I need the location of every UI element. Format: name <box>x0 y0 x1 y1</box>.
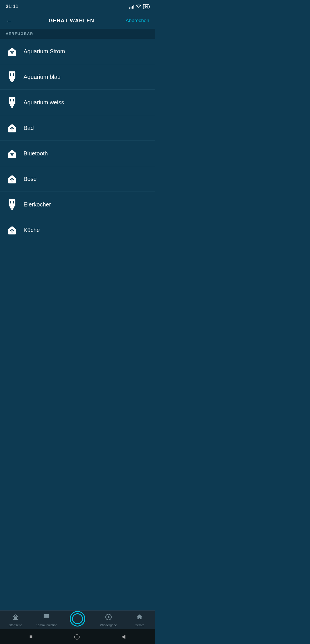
svg-point-13 <box>11 130 12 130</box>
svg-point-17 <box>11 181 12 182</box>
device-icon-kueche <box>6 224 18 236</box>
battery-icon: 44 <box>143 4 149 9</box>
svg-rect-21 <box>10 201 11 204</box>
svg-rect-7 <box>9 97 15 104</box>
device-icon-bluetooth <box>6 147 18 160</box>
home-wifi-icon <box>7 148 18 159</box>
device-name-kueche: Küche <box>24 227 40 233</box>
wifi-icon <box>136 4 141 9</box>
svg-rect-22 <box>13 201 14 204</box>
home-wifi-icon <box>7 46 18 57</box>
svg-rect-10 <box>10 99 11 102</box>
device-icon-aquarium-weiss <box>6 96 18 109</box>
home-wifi-icon <box>7 122 18 133</box>
svg-point-15 <box>11 155 12 156</box>
svg-rect-2 <box>9 71 15 79</box>
cancel-button[interactable]: Abbrechen <box>126 18 149 24</box>
device-item-eierkocher[interactable]: Eierkocher <box>0 192 155 217</box>
device-item-aquarium-blau[interactable]: Aquarium blau <box>0 64 155 90</box>
plug-icon <box>7 97 17 108</box>
svg-rect-8 <box>10 104 14 106</box>
plug-icon <box>7 199 17 210</box>
device-item-bad[interactable]: Bad <box>0 115 155 141</box>
device-icon-aquarium-blau <box>6 71 18 83</box>
device-icon-bose <box>6 173 18 185</box>
signal-icon <box>129 5 134 9</box>
status-bar: 21:11 44 <box>0 0 155 13</box>
status-icons: 44 <box>129 4 149 9</box>
device-item-aquarium-strom[interactable]: Aquarium Strom <box>0 39 155 64</box>
device-list: Aquarium Strom Aquarium blau Aquar <box>0 39 155 277</box>
svg-point-24 <box>11 232 12 233</box>
device-icon-eierkocher <box>6 198 18 211</box>
svg-rect-4 <box>11 81 13 82</box>
device-icon-aquarium-strom <box>6 45 18 58</box>
device-name-aquarium-blau: Aquarium blau <box>24 74 61 80</box>
plug-icon <box>7 71 17 82</box>
device-item-aquarium-weiss[interactable]: Aquarium weiss <box>0 90 155 115</box>
device-name-aquarium-strom: Aquarium Strom <box>24 48 65 55</box>
svg-rect-18 <box>9 199 15 206</box>
status-time: 21:11 <box>6 4 18 9</box>
home-wifi-icon <box>7 173 18 184</box>
svg-rect-9 <box>11 106 13 108</box>
svg-rect-11 <box>13 99 14 102</box>
section-header: VERFÜGBAR <box>0 29 155 39</box>
device-name-bose: Bose <box>24 176 37 182</box>
svg-point-1 <box>11 53 12 54</box>
back-button[interactable]: ← <box>6 17 17 25</box>
device-icon-bad <box>6 122 18 134</box>
device-name-bluetooth: Bluetooth <box>24 150 48 157</box>
device-name-eierkocher: Eierkocher <box>24 201 51 208</box>
device-item-bluetooth[interactable]: Bluetooth <box>0 141 155 166</box>
device-name-bad: Bad <box>24 125 34 131</box>
svg-rect-6 <box>13 73 14 76</box>
svg-rect-20 <box>11 208 13 210</box>
device-name-aquarium-weiss: Aquarium weiss <box>24 99 64 106</box>
svg-rect-5 <box>10 73 11 76</box>
device-item-kueche[interactable]: Küche <box>0 217 155 243</box>
svg-rect-3 <box>10 79 14 81</box>
home-wifi-icon <box>7 225 18 235</box>
device-item-bose[interactable]: Bose <box>0 166 155 192</box>
page-header: ← GERÄT WÄHLEN Abbrechen <box>0 13 155 29</box>
page-title: GERÄT WÄHLEN <box>17 18 126 24</box>
svg-rect-19 <box>10 206 14 208</box>
